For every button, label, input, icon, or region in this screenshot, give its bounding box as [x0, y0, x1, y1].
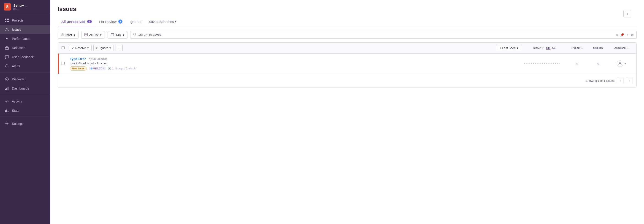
svg-rect-1	[7, 19, 9, 20]
more-actions-button[interactable]: ···	[116, 45, 123, 51]
sidebar-item-label: Dashboards	[12, 87, 29, 90]
assignee-header: ASSIGNEE	[610, 47, 633, 50]
for-review-badge: 1	[118, 20, 122, 24]
env-filter-button[interactable]: All Env ▾	[81, 31, 105, 39]
sentry-logo: S	[4, 3, 11, 11]
issue-time: 🕐 1min ago | 1min old	[108, 67, 136, 70]
graph-header: GRAPH: 24h 14d	[524, 47, 565, 50]
sidebar-item-discover[interactable]: Discover	[0, 75, 50, 84]
time-filter-button[interactable]: 14D ▾	[108, 31, 128, 39]
clear-search-icon[interactable]: ✕	[616, 33, 618, 37]
issue-description: qwe.toFixed is not a function	[70, 62, 521, 65]
sidebar-item-label: Stats	[12, 109, 19, 112]
sidebar-item-performance[interactable]: Performance	[0, 34, 50, 43]
resolve-button[interactable]: ✓ Resolve ▾	[69, 45, 92, 51]
sidebar-item-label: Activity	[12, 100, 22, 103]
assignee-chevron-icon[interactable]: ▾	[624, 62, 626, 65]
sidebar-divider	[0, 73, 50, 73]
filter-options-icon[interactable]: ⇄	[631, 33, 634, 37]
sidebar-item-projects[interactable]: Projects	[0, 16, 50, 25]
sidebar-item-alerts[interactable]: Alerts	[0, 62, 50, 71]
issue-tag[interactable]: REACT-1	[89, 67, 106, 70]
sidebar-item-label: Issues	[12, 28, 21, 31]
sidebar-item-settings[interactable]: Settings	[0, 119, 50, 128]
env-filter-label: All Env	[89, 33, 98, 37]
svg-rect-11	[8, 87, 8, 90]
org-switcher[interactable]: Sentry ek.... ▾	[13, 4, 26, 11]
graph-time-14d[interactable]: 14d	[552, 47, 556, 50]
sidebar-divider-3	[0, 117, 50, 117]
sidebar-item-user-feedback[interactable]: User Feedback	[0, 53, 50, 62]
env-chevron-icon: ▾	[100, 33, 102, 37]
search-box: ✕ 📌 ＋ ⇄	[130, 31, 637, 39]
tab-for-review[interactable]: For Review 1	[96, 17, 126, 26]
check-icon: ✓	[72, 46, 74, 50]
svg-point-15	[6, 123, 8, 124]
select-all-checkbox[interactable]	[62, 46, 66, 50]
sidebar-item-releases[interactable]: Releases	[0, 43, 50, 53]
sort-icon: ↕	[500, 46, 501, 50]
resolve-label: Resolve	[75, 46, 86, 50]
stream-button[interactable]: ▷	[624, 10, 631, 18]
resolve-chevron-icon: ▾	[87, 46, 89, 50]
gear-icon	[4, 121, 9, 126]
issue-events: 1	[568, 62, 586, 66]
search-input[interactable]	[138, 33, 614, 37]
bell-icon	[4, 64, 9, 69]
project-filter-button[interactable]: ⚛ react ▾	[58, 31, 78, 39]
svg-rect-0	[5, 19, 6, 20]
sidebar-item-label: Performance	[12, 37, 30, 41]
pin-search-icon[interactable]: 📌	[620, 33, 624, 37]
svg-rect-13	[6, 109, 7, 112]
sidebar-item-dashboards[interactable]: Dashboards	[0, 84, 50, 93]
tab-saved-searches[interactable]: Saved Searches ▾	[145, 18, 180, 26]
sidebar-item-label: User Feedback	[12, 55, 34, 59]
tab-label: Saved Searches	[149, 20, 174, 24]
compass-icon	[4, 77, 9, 82]
row-checkbox[interactable]	[62, 62, 64, 65]
priority-bar	[58, 54, 59, 74]
assignee-avatar[interactable]	[617, 61, 623, 67]
project-filter-label: react	[66, 33, 72, 37]
time-old: 1min old	[126, 67, 136, 70]
tab-label: For Review	[99, 20, 116, 24]
sidebar-item-stats[interactable]: Stats	[0, 106, 50, 115]
lightning-icon	[4, 37, 9, 41]
pagination-text: Showing 1 of 1 issues	[586, 79, 614, 82]
pagination-next-button[interactable]: ›	[626, 77, 633, 84]
tab-all-unresolved[interactable]: All Unresolved 1	[58, 18, 96, 26]
main-content: Issues ▷ All Unresolved 1 For Review 1 I…	[50, 0, 644, 224]
sort-chevron-icon: ▾	[517, 46, 518, 50]
sidebar-item-issues[interactable]: Issues	[0, 25, 50, 34]
org-sub: ek....	[13, 7, 24, 11]
ignore-button[interactable]: ⊘ Ignore ▾	[93, 45, 114, 51]
pagination-prev-button[interactable]: ‹	[617, 77, 624, 84]
sidebar-item-label: Alerts	[12, 64, 20, 68]
graph-time-24h[interactable]: 24h	[546, 47, 550, 50]
tag-label: REACT-1	[93, 67, 104, 70]
svg-point-21	[134, 33, 136, 35]
svg-rect-3	[7, 21, 9, 22]
issue-users: 1	[589, 62, 607, 66]
sidebar-nav: Projects Issues Performance Releases	[0, 14, 50, 224]
svg-rect-14	[8, 111, 8, 112]
issue-location: ?(main.chunk)	[88, 57, 107, 61]
svg-rect-12	[5, 110, 6, 112]
issues-table: ✓ Resolve ▾ ⊘ Ignore ▾ ··· ↕ Last Seen	[58, 42, 637, 88]
pagination: Showing 1 of 1 issues ‹ ›	[58, 74, 636, 87]
issue-checkbox[interactable]	[62, 62, 66, 66]
time-chevron-icon: ▾	[123, 33, 124, 37]
events-header: EVENTS	[568, 47, 586, 50]
add-filter-icon[interactable]: ＋	[626, 33, 629, 37]
org-chevron-icon: ▾	[26, 6, 26, 8]
new-issue-badge[interactable]: New Issue	[70, 66, 87, 71]
sidebar-item-activity[interactable]: Activity	[0, 97, 50, 106]
content-area: Issues ▷ All Unresolved 1 For Review 1 I…	[50, 0, 644, 224]
react-icon: ⚛	[61, 33, 64, 37]
svg-rect-9	[5, 89, 6, 90]
sort-button[interactable]: ↕ Last Seen ▾	[497, 45, 521, 51]
checkbox-all[interactable]	[62, 46, 64, 49]
tab-ignored[interactable]: Ignored	[126, 18, 145, 26]
svg-rect-2	[5, 21, 6, 22]
issue-type[interactable]: TypeError	[70, 57, 86, 61]
